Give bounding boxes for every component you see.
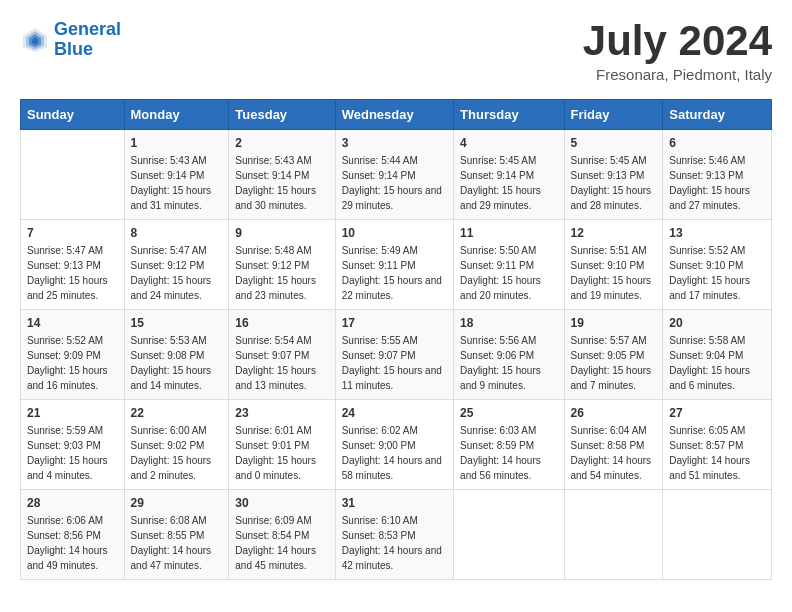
week-row-3: 14 Sunrise: 5:52 AM Sunset: 9:09 PM Dayl… bbox=[21, 310, 772, 400]
calendar-cell: 3 Sunrise: 5:44 AM Sunset: 9:14 PM Dayli… bbox=[335, 130, 453, 220]
calendar-cell: 1 Sunrise: 5:43 AM Sunset: 9:14 PM Dayli… bbox=[124, 130, 229, 220]
day-info: Sunrise: 6:06 AM Sunset: 8:56 PM Dayligh… bbox=[27, 513, 118, 573]
day-info: Sunrise: 5:47 AM Sunset: 9:12 PM Dayligh… bbox=[131, 243, 223, 303]
sunrise-text: Sunrise: 5:56 AM bbox=[460, 333, 557, 348]
daylight-text: Daylight: 15 hours and 24 minutes. bbox=[131, 273, 223, 303]
day-info: Sunrise: 5:52 AM Sunset: 9:09 PM Dayligh… bbox=[27, 333, 118, 393]
calendar-cell: 12 Sunrise: 5:51 AM Sunset: 9:10 PM Dayl… bbox=[564, 220, 663, 310]
header: General Blue July 2024 Fresonara, Piedmo… bbox=[20, 20, 772, 83]
sunrise-text: Sunrise: 6:05 AM bbox=[669, 423, 765, 438]
daylight-text: Daylight: 15 hours and 11 minutes. bbox=[342, 363, 447, 393]
day-info: Sunrise: 5:54 AM Sunset: 9:07 PM Dayligh… bbox=[235, 333, 328, 393]
header-sunday: Sunday bbox=[21, 100, 125, 130]
logo-text: General Blue bbox=[54, 20, 121, 60]
sunset-text: Sunset: 8:57 PM bbox=[669, 438, 765, 453]
sunrise-text: Sunrise: 5:51 AM bbox=[571, 243, 657, 258]
sunrise-text: Sunrise: 6:06 AM bbox=[27, 513, 118, 528]
day-number: 20 bbox=[669, 316, 765, 330]
sunset-text: Sunset: 9:08 PM bbox=[131, 348, 223, 363]
month-title: July 2024 bbox=[583, 20, 772, 62]
sunset-text: Sunset: 9:11 PM bbox=[342, 258, 447, 273]
sunrise-text: Sunrise: 5:47 AM bbox=[27, 243, 118, 258]
day-info: Sunrise: 6:10 AM Sunset: 8:53 PM Dayligh… bbox=[342, 513, 447, 573]
calendar-cell: 28 Sunrise: 6:06 AM Sunset: 8:56 PM Dayl… bbox=[21, 490, 125, 580]
sunset-text: Sunset: 9:10 PM bbox=[571, 258, 657, 273]
day-number: 26 bbox=[571, 406, 657, 420]
sunset-text: Sunset: 9:11 PM bbox=[460, 258, 557, 273]
calendar-cell: 8 Sunrise: 5:47 AM Sunset: 9:12 PM Dayli… bbox=[124, 220, 229, 310]
daylight-text: Daylight: 15 hours and 20 minutes. bbox=[460, 273, 557, 303]
sunrise-text: Sunrise: 5:43 AM bbox=[131, 153, 223, 168]
sunrise-text: Sunrise: 6:01 AM bbox=[235, 423, 328, 438]
day-info: Sunrise: 5:52 AM Sunset: 9:10 PM Dayligh… bbox=[669, 243, 765, 303]
day-number: 3 bbox=[342, 136, 447, 150]
week-row-5: 28 Sunrise: 6:06 AM Sunset: 8:56 PM Dayl… bbox=[21, 490, 772, 580]
day-number: 25 bbox=[460, 406, 557, 420]
calendar-cell: 17 Sunrise: 5:55 AM Sunset: 9:07 PM Dayl… bbox=[335, 310, 453, 400]
sunset-text: Sunset: 9:09 PM bbox=[27, 348, 118, 363]
day-info: Sunrise: 5:55 AM Sunset: 9:07 PM Dayligh… bbox=[342, 333, 447, 393]
calendar-cell: 11 Sunrise: 5:50 AM Sunset: 9:11 PM Dayl… bbox=[454, 220, 564, 310]
daylight-text: Daylight: 15 hours and 16 minutes. bbox=[27, 363, 118, 393]
day-number: 6 bbox=[669, 136, 765, 150]
sunrise-text: Sunrise: 5:53 AM bbox=[131, 333, 223, 348]
sunrise-text: Sunrise: 6:04 AM bbox=[571, 423, 657, 438]
daylight-text: Daylight: 15 hours and 14 minutes. bbox=[131, 363, 223, 393]
daylight-text: Daylight: 15 hours and 23 minutes. bbox=[235, 273, 328, 303]
calendar-table: SundayMondayTuesdayWednesdayThursdayFrid… bbox=[20, 99, 772, 580]
sunrise-text: Sunrise: 5:49 AM bbox=[342, 243, 447, 258]
sunset-text: Sunset: 8:55 PM bbox=[131, 528, 223, 543]
logo-icon bbox=[20, 25, 50, 55]
sunrise-text: Sunrise: 5:52 AM bbox=[669, 243, 765, 258]
calendar-cell: 10 Sunrise: 5:49 AM Sunset: 9:11 PM Dayl… bbox=[335, 220, 453, 310]
sunset-text: Sunset: 9:14 PM bbox=[235, 168, 328, 183]
header-tuesday: Tuesday bbox=[229, 100, 335, 130]
day-number: 1 bbox=[131, 136, 223, 150]
daylight-text: Daylight: 14 hours and 58 minutes. bbox=[342, 453, 447, 483]
day-info: Sunrise: 6:03 AM Sunset: 8:59 PM Dayligh… bbox=[460, 423, 557, 483]
day-info: Sunrise: 5:43 AM Sunset: 9:14 PM Dayligh… bbox=[131, 153, 223, 213]
day-info: Sunrise: 5:57 AM Sunset: 9:05 PM Dayligh… bbox=[571, 333, 657, 393]
day-info: Sunrise: 5:43 AM Sunset: 9:14 PM Dayligh… bbox=[235, 153, 328, 213]
week-row-4: 21 Sunrise: 5:59 AM Sunset: 9:03 PM Dayl… bbox=[21, 400, 772, 490]
sunrise-text: Sunrise: 6:10 AM bbox=[342, 513, 447, 528]
day-number: 16 bbox=[235, 316, 328, 330]
sunrise-text: Sunrise: 5:44 AM bbox=[342, 153, 447, 168]
sunrise-text: Sunrise: 6:00 AM bbox=[131, 423, 223, 438]
calendar-cell: 4 Sunrise: 5:45 AM Sunset: 9:14 PM Dayli… bbox=[454, 130, 564, 220]
daylight-text: Daylight: 15 hours and 13 minutes. bbox=[235, 363, 328, 393]
day-info: Sunrise: 5:44 AM Sunset: 9:14 PM Dayligh… bbox=[342, 153, 447, 213]
day-number: 22 bbox=[131, 406, 223, 420]
daylight-text: Daylight: 14 hours and 56 minutes. bbox=[460, 453, 557, 483]
daylight-text: Daylight: 15 hours and 22 minutes. bbox=[342, 273, 447, 303]
day-info: Sunrise: 5:50 AM Sunset: 9:11 PM Dayligh… bbox=[460, 243, 557, 303]
day-number: 13 bbox=[669, 226, 765, 240]
sunset-text: Sunset: 9:13 PM bbox=[571, 168, 657, 183]
daylight-text: Daylight: 15 hours and 7 minutes. bbox=[571, 363, 657, 393]
day-info: Sunrise: 5:48 AM Sunset: 9:12 PM Dayligh… bbox=[235, 243, 328, 303]
sunset-text: Sunset: 9:14 PM bbox=[460, 168, 557, 183]
header-row: SundayMondayTuesdayWednesdayThursdayFrid… bbox=[21, 100, 772, 130]
logo-line1: General bbox=[54, 19, 121, 39]
sunset-text: Sunset: 9:14 PM bbox=[342, 168, 447, 183]
sunrise-text: Sunrise: 6:03 AM bbox=[460, 423, 557, 438]
sunrise-text: Sunrise: 5:43 AM bbox=[235, 153, 328, 168]
calendar-cell: 16 Sunrise: 5:54 AM Sunset: 9:07 PM Dayl… bbox=[229, 310, 335, 400]
daylight-text: Daylight: 15 hours and 4 minutes. bbox=[27, 453, 118, 483]
calendar-cell bbox=[663, 490, 772, 580]
calendar-cell: 31 Sunrise: 6:10 AM Sunset: 8:53 PM Dayl… bbox=[335, 490, 453, 580]
day-number: 5 bbox=[571, 136, 657, 150]
day-number: 23 bbox=[235, 406, 328, 420]
calendar-cell: 14 Sunrise: 5:52 AM Sunset: 9:09 PM Dayl… bbox=[21, 310, 125, 400]
calendar-cell: 13 Sunrise: 5:52 AM Sunset: 9:10 PM Dayl… bbox=[663, 220, 772, 310]
day-info: Sunrise: 5:45 AM Sunset: 9:14 PM Dayligh… bbox=[460, 153, 557, 213]
daylight-text: Daylight: 15 hours and 2 minutes. bbox=[131, 453, 223, 483]
sunrise-text: Sunrise: 5:48 AM bbox=[235, 243, 328, 258]
day-number: 28 bbox=[27, 496, 118, 510]
logo: General Blue bbox=[20, 20, 121, 60]
day-number: 10 bbox=[342, 226, 447, 240]
day-number: 30 bbox=[235, 496, 328, 510]
calendar-cell: 24 Sunrise: 6:02 AM Sunset: 9:00 PM Dayl… bbox=[335, 400, 453, 490]
sunset-text: Sunset: 9:13 PM bbox=[27, 258, 118, 273]
day-number: 31 bbox=[342, 496, 447, 510]
